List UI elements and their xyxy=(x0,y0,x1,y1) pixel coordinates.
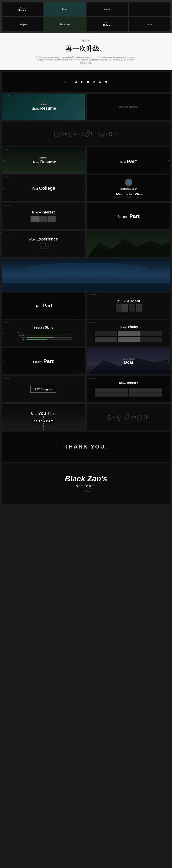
slide-arrow-left-boat[interactable]: ‹ xyxy=(89,360,90,363)
skill-bar-ps xyxy=(26,335,73,335)
slide-see-you: See You future BLACKZAN xyxy=(2,404,85,430)
work-4 xyxy=(95,337,117,342)
slide-arrow-right-col[interactable]: › xyxy=(82,186,83,190)
subtitle: The following paragraphs are not for rea… xyxy=(35,56,137,64)
slide-work-experience: BLACKZAN Work Experience ● 2020 — Positi… xyxy=(2,231,85,257)
blackzan-logo: B L A C K Z A N xyxy=(64,81,108,84)
third-part-title: Third Part xyxy=(34,303,53,309)
skills-bars: Powerpoint Photoshop Illustrator xyxy=(14,332,73,341)
slide-arrow-right-ppt[interactable]: › xyxy=(82,387,83,391)
row-presents: Black Zan's presents Speedup xyxy=(2,463,170,504)
slide-arrow-right-fp[interactable]: › xyxy=(168,159,169,162)
honor-photo-2 xyxy=(122,304,128,312)
slide-arrow-right-soc[interactable]: › xyxy=(168,387,169,391)
timeline-item-2: ● 2018 — Position xyxy=(39,245,50,247)
preview-thumb-2: Honor xyxy=(44,2,86,16)
mountain-svg xyxy=(87,231,171,257)
boat-content: Life Is Like A Boat xyxy=(87,348,171,374)
slide-ppt-designer: BLACKZAN PPT Designer ‹ › xyxy=(2,376,85,402)
skills-content: Important Skills Powerpoint Photoshop xyxy=(2,320,85,346)
slide-arrow-left-soc[interactable]: ‹ xyxy=(89,387,90,391)
preview-grid: Iphone Resume Honor Interest ■ Designer … xyxy=(0,0,172,33)
typo-content: o p b ε w g s ∂ h ε w g s ∂ h xyxy=(51,122,121,146)
works-grid xyxy=(95,331,162,342)
slide-arrow-right-hon[interactable]: › xyxy=(168,304,169,307)
timeline-items: ● 2020 — Position ● 2018 — Position ● 20… xyxy=(39,243,50,251)
slide-arrow-left-dw[interactable]: ‹ xyxy=(89,332,90,335)
slide-arrow-left-col[interactable]: ‹ xyxy=(3,186,4,190)
preview-thumb-5: ■ Designer xyxy=(2,17,44,31)
slide-arrow-left-ppt[interactable]: ‹ xyxy=(3,387,4,391)
title-section: 张不凡 再一次升级。 The following paragraphs are … xyxy=(0,33,172,70)
slide-design-works: BLACKZAN Design Works ‹ › xyxy=(87,320,171,346)
slide-something-content: Something about me... xyxy=(87,94,171,120)
works-title: Design Works xyxy=(119,325,138,329)
thankyou-text: THANK YOU. xyxy=(65,443,108,450)
slide-arrow-right-fop[interactable]: › xyxy=(82,360,83,363)
slide-arrow-left-sk[interactable]: ‹ xyxy=(3,332,4,335)
slide-arrow-right-int[interactable]: › xyxy=(82,214,83,218)
slide-blackzan-content: B L A C K Z A N xyxy=(2,72,170,92)
slide-arrow-left-int[interactable]: ‹ xyxy=(3,214,4,218)
slide-arrow-left-fop[interactable]: ‹ xyxy=(3,360,4,363)
timeline-line xyxy=(36,243,37,251)
works-content: Design Works xyxy=(87,320,171,346)
slide-arrow-right-wk[interactable]: › xyxy=(82,242,83,246)
slide-iphone-2-content: Iphone Iphone Resume xyxy=(2,147,85,174)
first-part-title: First Part xyxy=(120,158,137,165)
slide-first-part-content: · · · · · First Part xyxy=(87,147,171,174)
slide-arrow-left-hon[interactable]: ‹ xyxy=(89,304,90,307)
slide-arrow-left-2[interactable]: ‹ xyxy=(3,159,4,162)
timeline-item-1: ● 2020 — Position xyxy=(39,243,50,245)
social-2 xyxy=(129,388,162,392)
presents-subtitle: presents xyxy=(76,484,96,488)
preview-thumb-3: Interest xyxy=(87,2,128,16)
slide-iphone-content: Iphone Iphone Resume xyxy=(2,94,85,120)
honor-photo-1 xyxy=(116,304,122,312)
slide-thankyou: THANK YOU. xyxy=(2,432,170,462)
presents-content: Black Zan's presents Speedup xyxy=(2,463,170,504)
slide-life-boat: Life Is Like A Boat ‹ › xyxy=(87,348,171,374)
slide-arrow-right-sp[interactable]: › xyxy=(168,214,169,218)
college-title: Your College xyxy=(32,186,55,191)
honor-title: Received Honor xyxy=(117,299,140,303)
slide-arrow-right-sk[interactable]: › xyxy=(82,332,83,335)
slide-arrow-left-wk[interactable]: ‹ xyxy=(3,242,4,246)
svg-point-4 xyxy=(25,263,147,275)
slide-typography: o p b ε w g s ∂ h ε w g s ∂ h xyxy=(2,122,170,146)
stat-weight: 50kg Weight xyxy=(125,192,131,198)
slide-blackzan-intro: B L A C K Z A N xyxy=(2,72,170,92)
row-6: BLACKZAN Private Interest ‹ › · · · · · … xyxy=(2,203,170,229)
ppt-title: PPT Designer xyxy=(35,388,52,391)
slide-iphone-resume-1: BLACKZAN Iphone Iphone Resume › xyxy=(2,94,85,120)
slide-arrow-left-tp[interactable]: ‹ xyxy=(3,304,4,307)
slide-arrow-right-2[interactable]: › xyxy=(82,159,83,162)
author-name: 张不凡 xyxy=(12,39,160,43)
slide-arrow-right-boat[interactable]: › xyxy=(168,360,169,363)
preview-thumb-1: Iphone Resume xyxy=(2,2,44,16)
road-brand: BLACKZAN xyxy=(32,419,55,423)
slide-ocean xyxy=(2,259,170,291)
slide-first-part-label: · · · · · xyxy=(123,156,134,158)
row-2: BLACKZAN Iphone Iphone Resume › Somethin… xyxy=(2,94,170,120)
fourth-part-title: Fourth Part xyxy=(33,358,54,365)
slide-typo-2: ε w g s ∂ h o p b ε xyxy=(87,404,171,430)
social-content: Social Relations xyxy=(87,376,171,402)
photo-strip xyxy=(30,216,56,222)
speedup-brand: Speedup xyxy=(81,491,91,493)
skill-illustrator: Illustrator xyxy=(14,337,73,338)
ocean-svg xyxy=(2,259,170,291)
row-4: BLACKZAN Iphone Iphone Resume ‹ › · · · … xyxy=(2,147,170,174)
slide-arrow-right-1[interactable]: › xyxy=(82,105,83,108)
slide-arrow-right-dw[interactable]: › xyxy=(168,332,169,335)
interest-title: Private Interest xyxy=(32,210,55,215)
work-1 xyxy=(95,331,117,336)
slide-third-part: · · · · · Third Part ‹ › BLACKZAN xyxy=(2,292,85,319)
slide-arrow-right-tp[interactable]: › xyxy=(82,304,83,307)
main-title: 再一次升级。 xyxy=(12,44,160,53)
photo-2 xyxy=(40,216,48,222)
slide-presents: Black Zan's presents Speedup xyxy=(2,463,170,504)
row-typo: o p b ε w g s ∂ h ε w g s ∂ h xyxy=(2,122,170,146)
road-brand-text: BLACKZAN xyxy=(32,420,55,423)
second-part-content: Second Part xyxy=(87,203,171,229)
